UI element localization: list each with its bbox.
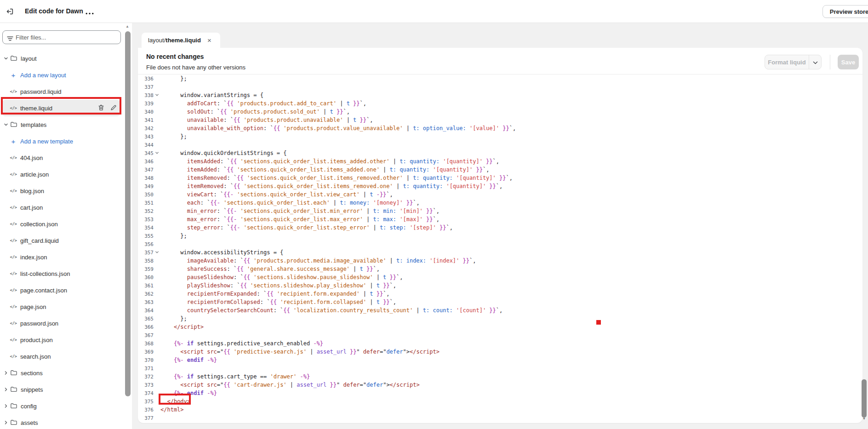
code-line-355[interactable]: 355 }; — [138, 232, 862, 240]
tree-item-404-json[interactable]: </>404.json — [2, 149, 120, 166]
tree-item-add-a-new-layout[interactable]: +Add a new layout — [2, 67, 120, 83]
code-file-icon: </> — [10, 106, 17, 110]
line-number: 367 — [138, 332, 154, 340]
tree-item-cart-json[interactable]: </>cart.json — [2, 199, 120, 216]
code-line-342[interactable]: 342 unavailable_with_option: `{{ 'produc… — [138, 124, 862, 132]
code-editor[interactable]: 336 };337338 window.variantStrings = {33… — [138, 74, 862, 422]
code-line-361[interactable]: 361 playSlideshow: `{{ 'sections.slidesh… — [138, 281, 862, 290]
code-file-icon: </> — [10, 337, 17, 342]
code-line-354[interactable]: 354 step_error: `{{- 'sections.quick_ord… — [138, 223, 862, 232]
code-line-345[interactable]: 345 window.quickOrderListStrings = { — [138, 149, 862, 157]
fold-chevron-icon[interactable] — [154, 149, 160, 157]
code-line-359[interactable]: 359 shareSuccess: `{{ 'general.share.suc… — [138, 265, 862, 273]
tree-item-config[interactable]: config — [2, 398, 120, 414]
code-line-371[interactable]: 371 — [138, 364, 862, 372]
code-line-369[interactable]: 369 <script src="{{ 'predictive-search.j… — [138, 348, 862, 356]
tab-close-icon[interactable]: × — [207, 37, 211, 44]
code-line-351[interactable]: 351 each: `{{- 'sections.quick_order_lis… — [138, 199, 862, 207]
tree-item-sections[interactable]: sections — [2, 365, 120, 381]
code-line-352[interactable]: 352 min_error: `{{- 'sections.quick_orde… — [138, 207, 862, 215]
format-liquid-dropdown-button[interactable] — [809, 55, 821, 69]
code-line-373[interactable]: 373 <script src="{{ 'cart-drawer.js' | a… — [138, 381, 862, 389]
sidebar-scroll-up-arrow[interactable]: ▲ — [124, 24, 131, 29]
line-number: 363 — [138, 298, 154, 307]
code-line-360[interactable]: 360 pauseSlideshow: `{{ 'sections.slides… — [138, 273, 862, 281]
code-line-358[interactable]: 358 imageAvailable: `{{ 'products.produc… — [138, 257, 862, 265]
code-line-350[interactable]: 350 viewCart: `{{- 'sections.quick_order… — [138, 190, 862, 199]
tree-item-label: cart.json — [20, 204, 43, 211]
editor-scroll-down-arrow[interactable]: ▼ — [862, 417, 867, 421]
tree-item-templates[interactable]: templates — [2, 116, 120, 133]
code-line-336[interactable]: 336 }; — [138, 74, 862, 83]
tree-item-page-json[interactable]: </>page.json — [2, 298, 120, 315]
format-liquid-button[interactable]: Format liquid — [765, 55, 809, 69]
folder-icon — [10, 369, 17, 377]
tree-item-list-collections-json[interactable]: </>list-collections.json — [2, 265, 120, 282]
tab-theme-liquid[interactable]: layout/theme.liquid × — [142, 33, 220, 48]
code-line-362[interactable]: 362 recipientFormExpanded: `{{ 'recipien… — [138, 290, 862, 298]
code-line-349[interactable]: 349 itemRemoved: `{{ 'sections.quick_ord… — [138, 182, 862, 190]
code-line-344[interactable]: 344 — [138, 141, 862, 149]
code-line-337[interactable]: 337 — [138, 83, 862, 91]
trash-icon[interactable] — [98, 104, 104, 112]
tree-item-blog-json[interactable]: </>blog.json — [2, 183, 120, 199]
code-line-340[interactable]: 340 soldOut: `{{ 'products.product.sold_… — [138, 108, 862, 116]
tree-item-search-json[interactable]: </>search.json — [2, 348, 120, 365]
code-line-348[interactable]: 348 itemsRemoved: `{{ 'sections.quick_or… — [138, 174, 862, 182]
code-file-icon: </> — [10, 304, 17, 309]
more-actions-button[interactable] — [84, 9, 95, 15]
code-line-346[interactable]: 346 itemsAdded: `{{ 'sections.quick_orde… — [138, 157, 862, 166]
tree-item-article-json[interactable]: </>article.json — [2, 166, 120, 183]
tree-item-collection-json[interactable]: </>collection.json — [2, 216, 120, 232]
code-line-356[interactable]: 356 — [138, 240, 862, 248]
save-button[interactable]: Save — [838, 55, 859, 69]
exit-code-editor-button[interactable] — [5, 7, 15, 17]
tree-item-label: collection.json — [20, 221, 58, 228]
code-line-343[interactable]: 343 }; — [138, 132, 862, 141]
tree-item-assets[interactable]: assets — [2, 414, 120, 429]
code-line-370[interactable]: 370 {%- endif -%} — [138, 356, 862, 364]
topbar: Edit code for Dawn Preview store — [0, 0, 868, 23]
tree-item-snippets[interactable]: snippets — [2, 381, 120, 398]
code-line-376[interactable]: 376</html> — [138, 406, 862, 414]
code-line-353[interactable]: 353 max_error: `{{- 'sections.quick_orde… — [138, 215, 862, 223]
fold-chevron-icon[interactable] — [154, 248, 160, 257]
code-line-357[interactable]: 357 window.accessibilityStrings = { — [138, 248, 862, 257]
line-number: 347 — [138, 166, 154, 174]
tree-item-product-json[interactable]: </>product.json — [2, 332, 120, 348]
line-number: 340 — [138, 108, 154, 116]
code-line-347[interactable]: 347 itemAdded: `{{ 'sections.quick_order… — [138, 166, 862, 174]
chevron-down-icon — [4, 122, 10, 127]
code-line-338[interactable]: 338 window.variantStrings = { — [138, 91, 862, 99]
tree-item-password-json[interactable]: </>password.json — [2, 315, 120, 332]
code-line-372[interactable]: 372 {%- if settings.cart_type == 'drawer… — [138, 372, 862, 381]
tree-item-password-liquid[interactable]: </>password.liquid — [2, 83, 120, 100]
code-line-375[interactable]: 375 </body> — [138, 397, 862, 406]
preview-store-button[interactable]: Preview store — [822, 5, 868, 18]
code-line-364[interactable]: 364 countrySelectorSearchCount: `{{ 'loc… — [138, 306, 862, 315]
filter-files-input[interactable] — [16, 31, 118, 43]
code-line-366[interactable]: 366 </script> — [138, 323, 862, 331]
tree-item-layout[interactable]: layout — [2, 50, 120, 67]
code-line-367[interactable]: 367 — [138, 331, 862, 339]
line-number: 376 — [138, 406, 154, 414]
tree-item-index-json[interactable]: </>index.json — [2, 249, 120, 265]
code-line-377[interactable]: 377 — [138, 414, 862, 422]
code-line-368[interactable]: 368 {%- if settings.predictive_search_en… — [138, 339, 862, 348]
editor-scrollbar-thumb[interactable] — [862, 379, 867, 418]
tree-item-page-contact-json[interactable]: </>page.contact.json — [2, 282, 120, 298]
tree-item-gift-card-liquid[interactable]: </>gift_card.liquid — [2, 232, 120, 249]
line-number: 337 — [138, 83, 154, 92]
tree-item-theme-liquid[interactable]: </>theme.liquid — [2, 100, 120, 116]
code-line-374[interactable]: 374 {%- endif -%} — [138, 389, 862, 397]
filter-files-field — [2, 30, 121, 44]
pencil-icon[interactable] — [110, 104, 117, 112]
line-number: 365 — [138, 315, 154, 323]
sidebar-scrollbar-thumb[interactable] — [125, 31, 131, 396]
code-line-365[interactable]: 365 }; — [138, 315, 862, 323]
fold-chevron-icon[interactable] — [154, 91, 160, 99]
code-line-341[interactable]: 341 unavailable: `{{ 'products.product.u… — [138, 116, 862, 124]
code-line-339[interactable]: 339 addToCart: `{{ 'products.product.add… — [138, 99, 862, 108]
code-line-363[interactable]: 363 recipientFormCollapsed: `{{ 'recipie… — [138, 298, 862, 306]
tree-item-add-a-new-template[interactable]: +Add a new template — [2, 133, 120, 149]
